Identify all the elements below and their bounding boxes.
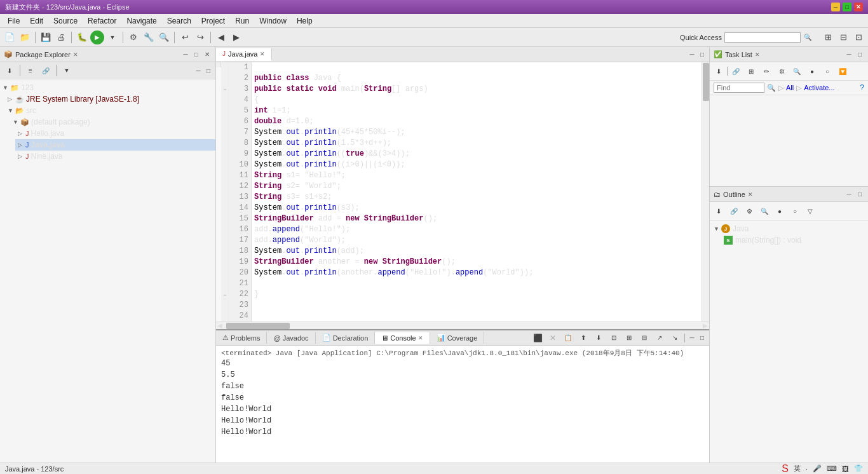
outline-btn-2[interactable]: 🔗 (727, 204, 741, 218)
tl-btn-7[interactable]: ● (805, 64, 819, 78)
tree-hello-java[interactable]: ▷ J Hello.java (15, 128, 215, 139)
vertical-scrollbar[interactable] (702, 62, 709, 322)
tl-btn-5[interactable]: ⚙ (775, 64, 789, 78)
outline-btn-5[interactable]: ● (773, 204, 787, 218)
tree-java-java[interactable]: ▷ J Java.java (15, 139, 215, 151)
pe-min[interactable]: ─ (194, 66, 203, 75)
code-area[interactable]: public class Java { public static void m… (252, 62, 709, 322)
tree-default-pkg[interactable]: ▼ 📦 (default package) (10, 116, 215, 128)
open-button[interactable]: 📁 (18, 30, 32, 44)
toolbar-btn-1[interactable]: ⚙ (126, 30, 140, 44)
task-find-input[interactable] (714, 83, 764, 93)
toolbar-btn-4[interactable]: ↩ (178, 30, 192, 44)
pe-btn-3[interactable]: 🔗 (39, 64, 53, 78)
all-link[interactable]: All (786, 84, 794, 91)
console-btn-8[interactable]: ⊟ (637, 331, 651, 345)
tree-src[interactable]: ▼ 📂 src (5, 105, 215, 116)
new-button[interactable]: 📄 (3, 30, 17, 44)
pe-btn-2[interactable]: ≡ (24, 64, 37, 78)
console-btn-6[interactable]: ⊡ (607, 331, 621, 345)
panel-close-btn[interactable]: ✕ (203, 50, 212, 59)
console-btn-7[interactable]: ⊞ (622, 331, 636, 345)
tab-problems[interactable]: ⚠ Problems (216, 332, 267, 344)
toolbar-perspectives-3[interactable]: ⊡ (851, 30, 865, 44)
toolbar-btn-3[interactable]: 🔍 (157, 30, 171, 44)
editor-tab-java[interactable]: J Java.java ✕ (216, 48, 272, 61)
close-button[interactable]: ✕ (854, 3, 863, 11)
quick-access-search[interactable]: 🔍 (801, 30, 815, 44)
menu-source[interactable]: Source (48, 14, 83, 27)
outline-java-class[interactable]: ▼ J Java (712, 223, 865, 234)
menu-file[interactable]: File (3, 14, 25, 27)
outline-btn-6[interactable]: ○ (788, 204, 802, 218)
activate-link[interactable]: Activate... (804, 84, 834, 91)
save-button[interactable]: 💾 (39, 30, 53, 44)
console-stop-btn[interactable]: ⬛ (531, 331, 545, 345)
tab-javadoc[interactable]: @ Javadoc (267, 332, 315, 344)
vscroll-thumb[interactable] (703, 63, 709, 101)
tree-nine-java[interactable]: ▷ J Nine.java (15, 151, 215, 162)
tl-btn-9[interactable]: 🔽 (836, 64, 850, 78)
outline-btn-7[interactable]: ▽ (803, 204, 817, 218)
menu-run[interactable]: Run (230, 14, 254, 27)
tl-min[interactable]: ─ (844, 50, 853, 59)
tree-jre[interactable]: ▷ ☕ JRE System Library [JavaSE-1.8] (5, 93, 215, 105)
menu-edit[interactable]: Edit (25, 14, 48, 27)
menu-help[interactable]: Help (292, 14, 318, 27)
editor-min[interactable]: ─ (688, 50, 696, 59)
tl-btn-4[interactable]: ✏ (759, 64, 773, 78)
console-btn-4[interactable]: ⬆ (576, 331, 590, 345)
tl-btn-6[interactable]: 🔍 (790, 64, 804, 78)
pe-dropdown[interactable]: ▼ (60, 64, 74, 78)
menu-window[interactable]: Window (254, 14, 292, 27)
outline-min[interactable]: ─ (844, 190, 853, 199)
tree-project-123[interactable]: ▼ 📁 123 (0, 82, 215, 93)
maximize-button[interactable]: □ (843, 3, 851, 11)
print-button[interactable]: 🖨 (54, 30, 68, 44)
bottom-min[interactable]: ─ (688, 334, 696, 342)
outline-max[interactable]: □ (855, 190, 864, 199)
tl-btn-8[interactable]: ○ (820, 64, 834, 78)
tab-coverage[interactable]: 📊 Coverage (430, 332, 485, 344)
editor-max[interactable]: □ (698, 50, 707, 59)
console-btn-5[interactable]: ⬇ (592, 331, 606, 345)
panel-maximize-btn[interactable]: □ (192, 50, 201, 59)
console-clear-btn[interactable]: ✕ (546, 331, 560, 345)
run-button[interactable]: ▶ (90, 30, 104, 44)
hscroll-thumb[interactable] (226, 323, 290, 329)
menu-refactor[interactable]: Refactor (83, 14, 121, 27)
pe-btn-1[interactable]: ⬇ (3, 64, 17, 78)
horizontal-scrollbar[interactable]: ◀ ▶ (216, 322, 709, 329)
toolbar-btn-6[interactable]: ◀ (214, 30, 228, 44)
tab-declaration[interactable]: 📄 Declaration (316, 332, 376, 344)
toolbar-btn-5[interactable]: ↪ (193, 30, 207, 44)
menu-navigate[interactable]: Navigate (121, 14, 161, 27)
toolbar-btn-7[interactable]: ▶ (229, 30, 243, 44)
outline-btn-4[interactable]: 🔍 (757, 204, 771, 218)
toolbar-perspectives-2[interactable]: ⊟ (836, 30, 850, 44)
pe-max[interactable]: □ (204, 66, 213, 75)
console-btn-3[interactable]: 📋 (561, 331, 575, 345)
quick-access-input[interactable] (724, 32, 801, 43)
tl-btn-1[interactable]: ⬇ (712, 64, 726, 78)
minimize-button[interactable]: ─ (831, 3, 840, 11)
outline-btn-1[interactable]: ⬇ (712, 204, 726, 218)
outline-main-method[interactable]: S main(String[]) : void (722, 234, 865, 246)
console-btn-9[interactable]: ↗ (653, 331, 667, 345)
hscroll-right[interactable]: ▶ (702, 322, 709, 329)
menu-search[interactable]: Search (162, 14, 196, 27)
debug-button[interactable]: 🐛 (75, 30, 89, 44)
fold-1[interactable] (221, 62, 229, 73)
tl-btn-2[interactable]: 🔗 (729, 64, 743, 78)
toolbar-perspectives-1[interactable]: ⊞ (821, 30, 835, 44)
help-icon[interactable]: ? (860, 83, 864, 92)
tl-max[interactable]: □ (855, 50, 864, 59)
tab-console[interactable]: 🖥 Console ✕ (375, 332, 430, 344)
panel-minimize-btn[interactable]: ─ (181, 50, 190, 59)
console-content[interactable]: <terminated> Java [Java Application] C:\… (216, 346, 709, 463)
outline-btn-3[interactable]: ⚙ (742, 204, 756, 218)
toolbar-btn-2[interactable]: 🔧 (142, 30, 156, 44)
tl-btn-3[interactable]: ⊞ (744, 64, 758, 78)
fold-2[interactable] (221, 73, 229, 84)
console-btn-10[interactable]: ↘ (668, 331, 682, 345)
